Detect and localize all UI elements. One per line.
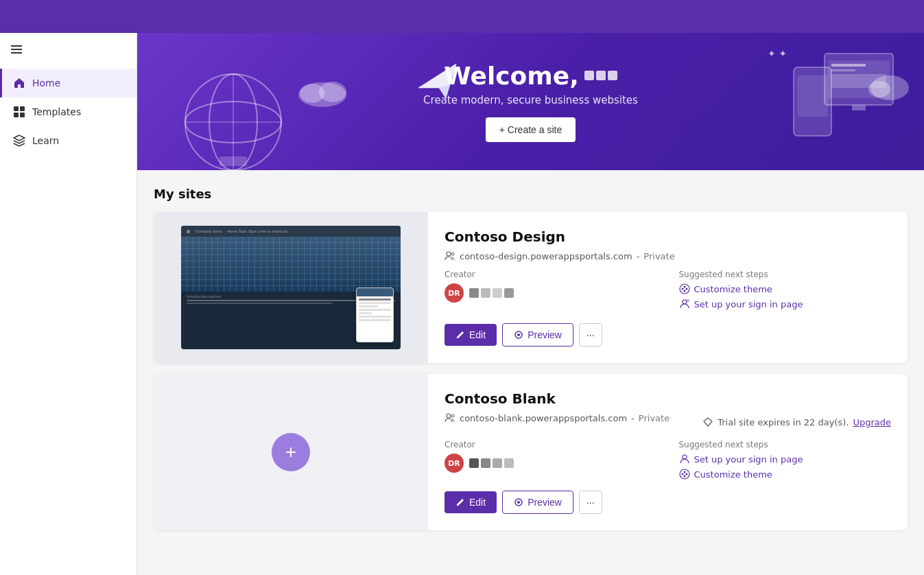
- preview-button-design[interactable]: Preview: [502, 323, 573, 347]
- svg-rect-18: [794, 67, 831, 136]
- site-card-content-blank: Contoso Blank contoso-blank.powerappspor…: [428, 374, 908, 530]
- svg-rect-5: [14, 113, 19, 117]
- svg-rect-25: [831, 74, 886, 88]
- username-sq-1: [584, 71, 594, 80]
- customize-theme-label: Customize theme: [694, 284, 772, 294]
- creator-label: Creator: [445, 270, 657, 279]
- site-actions-design: Edit Preview ···: [445, 323, 891, 347]
- mobile-overlay: [356, 288, 394, 342]
- site-card-contoso-design: Company Extra Home Topic Topic Links & s…: [154, 212, 908, 363]
- svg-rect-0: [11, 45, 22, 47]
- edit-button-design[interactable]: Edit: [445, 324, 497, 346]
- site-actions-blank: Edit Preview ···: [445, 491, 891, 514]
- sign-in-label: Set up your sign in page: [694, 299, 803, 309]
- site-privacy-blank: Private: [639, 413, 670, 423]
- users-icon: [445, 250, 455, 261]
- svg-point-39: [447, 414, 451, 418]
- edit-button-blank[interactable]: Edit: [445, 491, 497, 513]
- upgrade-link[interactable]: Upgrade: [853, 417, 891, 427]
- more-button-blank[interactable]: ···: [579, 491, 602, 514]
- site-url-row-design: contoso-design.powerappsportals.com - Pr…: [445, 250, 891, 261]
- stars-decoration: ✦ ✦: [768, 47, 787, 60]
- svg-point-38: [517, 333, 520, 336]
- site-url-blank: contoso-blank.powerappsportals.com: [460, 413, 627, 423]
- next-step-customize-blank[interactable]: Customize theme: [679, 469, 892, 480]
- mobile-topbar: [357, 288, 393, 296]
- hero-banner: ✦ ✦: [137, 33, 924, 170]
- creator-info-design: DR: [445, 283, 657, 303]
- main-content: ✦ ✦: [137, 33, 924, 575]
- sidebar-item-learn[interactable]: Learn: [0, 126, 137, 155]
- learn-icon: [13, 134, 25, 147]
- svg-point-44: [683, 471, 685, 473]
- trial-text: Trial site expires in 22 day(s).: [718, 417, 849, 427]
- site-url-design: contoso-design.powerappsportals.com: [460, 251, 632, 261]
- svg-rect-22: [852, 105, 866, 110]
- sidebar-nav: Home Templates Learn: [0, 69, 137, 155]
- hamburger-menu[interactable]: [0, 33, 137, 69]
- preview-icon: [514, 330, 523, 340]
- customize-theme-label-blank: Customize theme: [694, 469, 772, 480]
- color-sq-3: [493, 288, 502, 298]
- diamond-icon: [702, 416, 713, 427]
- svg-point-46: [683, 476, 685, 478]
- next-steps-info-design: Customize theme: [679, 283, 892, 309]
- users-icon-blank: [445, 412, 455, 423]
- preview-icon-blank: [514, 497, 523, 507]
- site-name-design: Contoso Design: [445, 228, 891, 245]
- svg-rect-1: [11, 49, 22, 50]
- svg-rect-24: [831, 69, 855, 71]
- sign-in-icon-blank: [679, 454, 690, 465]
- svg-point-43: [681, 473, 683, 476]
- color-sq-b3: [493, 458, 502, 468]
- sites-section: My sites Company Extra Home Topic Topic …: [137, 170, 924, 558]
- creator-block-blank: Creator DR: [445, 440, 657, 480]
- next-step-sign-in[interactable]: Set up your sign in page: [679, 298, 892, 309]
- thumb-topbar: Company Extra Home Topic Topic Links & s…: [181, 226, 401, 237]
- svg-point-31: [685, 288, 687, 290]
- sidebar-item-templates[interactable]: Templates: [0, 97, 137, 126]
- sidebar-item-home[interactable]: Home: [0, 69, 137, 97]
- svg-point-13: [298, 82, 346, 107]
- next-steps-info-blank: Set up your sign in page: [679, 454, 892, 480]
- color-sq-1: [469, 288, 479, 298]
- hero-content: Welcome, Create modern, secure business …: [423, 62, 638, 142]
- svg-point-8: [209, 74, 257, 170]
- creator-info-blank: DR: [445, 454, 657, 473]
- next-steps-label: Suggested next steps: [679, 270, 892, 279]
- customize-icon-blank: [679, 469, 690, 480]
- svg-point-32: [683, 290, 685, 292]
- site-thumbnail-contoso-design: Company Extra Home Topic Topic Links & s…: [154, 212, 428, 363]
- svg-point-27: [451, 253, 454, 255]
- next-step-customize-theme[interactable]: Customize theme: [679, 283, 892, 294]
- top-bar: [0, 0, 924, 33]
- svg-point-26: [447, 252, 451, 256]
- customize-theme-icon: [679, 283, 690, 294]
- preview-button-blank[interactable]: Preview: [502, 491, 573, 514]
- home-icon: [13, 77, 25, 89]
- thumb-image: [181, 237, 401, 292]
- next-steps-block-blank: Suggested next steps Set up your sign in…: [679, 440, 892, 480]
- create-site-button[interactable]: + Create a site: [486, 117, 576, 142]
- site-thumbnail-contoso-blank: +: [154, 374, 428, 530]
- svg-point-9: [185, 102, 281, 143]
- sign-in-icon: [679, 298, 690, 309]
- add-site-button[interactable]: +: [272, 433, 310, 471]
- next-step-sign-in-blank[interactable]: Set up your sign in page: [679, 454, 892, 465]
- creator-avatar-design: DR: [445, 283, 464, 303]
- globe-decoration: [178, 67, 288, 170]
- right-decoration: [787, 47, 910, 159]
- more-button-design[interactable]: ···: [579, 323, 602, 347]
- svg-point-45: [685, 473, 687, 476]
- next-steps-block-design: Suggested next steps: [679, 270, 892, 309]
- color-sq-2: [481, 288, 490, 298]
- color-sq-4: [504, 288, 514, 298]
- svg-point-29: [681, 288, 683, 290]
- thumb-dot: [187, 230, 190, 233]
- svg-rect-19: [797, 75, 828, 117]
- thumb-mockup-desktop: Company Extra Home Topic Topic Links & s…: [181, 226, 401, 349]
- edit-icon: [455, 330, 465, 340]
- svg-rect-2: [11, 52, 22, 54]
- site-card-content-design: Contoso Design contoso-design.powerappsp…: [428, 212, 908, 363]
- svg-point-28: [680, 284, 689, 294]
